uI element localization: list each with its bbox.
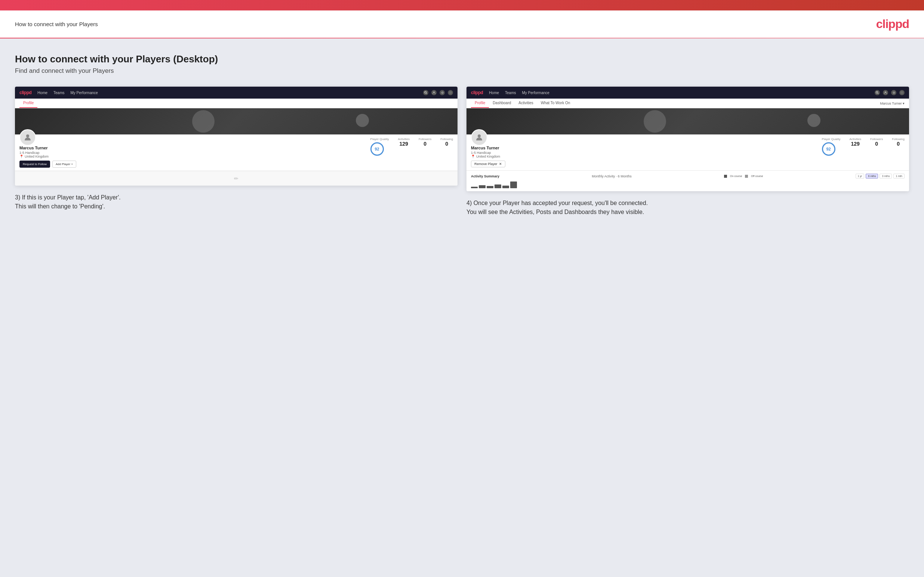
svg-point-3 [449, 91, 452, 94]
activity-header: Activity Summary Monthly Activity · 6 Mo… [471, 174, 905, 179]
mock-nav-icons-2: ⚙ [875, 90, 905, 95]
svg-line-1 [426, 93, 427, 94]
player-name-dropdown[interactable]: Marcus Turner ▾ [880, 102, 905, 105]
svg-line-6 [878, 93, 879, 94]
mock-profile-right-2: Player Quality 92 Activities 129 Followe… [508, 137, 905, 156]
user-icon-2[interactable] [883, 90, 888, 95]
mock-nav-2: clippd Home Teams My Performance [467, 87, 909, 98]
svg-point-9 [478, 134, 481, 137]
add-player-btn[interactable]: Add Player + [52, 161, 76, 168]
mock-player-country-2: 📍 United Kingdom [471, 155, 506, 158]
mock-nav-perf-2: My Performance [522, 91, 549, 95]
mock-player-country-1: 📍 United Kingdom [19, 155, 76, 158]
svg-point-4 [26, 134, 29, 137]
mock-quality-group-1: Player Quality 92 [370, 137, 389, 156]
quality-label-1: Player Quality [370, 137, 389, 141]
off-course-label: Off course [751, 175, 763, 177]
bar-2 [479, 185, 486, 188]
mock-player-handicap-1: 1-5 Handicap [19, 151, 76, 155]
followers-value-2: 0 [870, 141, 883, 147]
following-value-2: 0 [892, 141, 905, 147]
mock-nav-home-1: Home [37, 91, 47, 95]
screenshot-block-2: clippd Home Teams My Performance [467, 87, 909, 217]
followers-label-1: Followers [418, 137, 431, 141]
activities-value-1: 129 [398, 141, 410, 147]
settings-icon-1[interactable]: ⚙ [439, 90, 445, 95]
avatar-icon-2[interactable] [899, 90, 905, 95]
bar-3 [487, 186, 493, 188]
activity-period: Monthly Activity · 6 Months [592, 174, 632, 178]
mock-profile-right-1: Player Quality 92 Activities 129 Followe… [79, 137, 453, 156]
svg-point-8 [900, 91, 903, 94]
mock-nav-icons-1: ⚙ [423, 90, 453, 95]
mock-nav-home-2: Home [489, 91, 499, 95]
location-icon-2: 📍 [471, 155, 475, 158]
avatar-icon-1[interactable] [448, 90, 453, 95]
activity-filters: 1 yr 6 mths 3 mths 1 mth [856, 174, 905, 179]
quality-label-2: Player Quality [822, 137, 841, 141]
following-label-2: Following [892, 137, 905, 141]
mock-player-name-1: Marcus Turner [19, 146, 76, 150]
quality-ring-1: 92 [370, 142, 384, 156]
settings-icon-2[interactable]: ⚙ [891, 90, 897, 95]
chart-bars [471, 181, 905, 188]
activities-label-1: Activities [398, 137, 410, 141]
top-bar [0, 0, 924, 10]
user-icon-1[interactable] [431, 90, 436, 95]
page-title: How to connect with your Players [15, 21, 98, 27]
footer: Copyright Clippd 2022 [0, 574, 924, 577]
svg-point-5 [876, 92, 878, 93]
caption-4: 4) Once your Player has accepted your re… [467, 199, 909, 217]
mock-profile-row-2: Marcus Turner 1-5 Handicap 📍 United King… [467, 134, 909, 170]
page-heading: How to connect with your Players (Deskto… [15, 53, 909, 65]
mock-stat-activities-1: Activities 129 [398, 137, 410, 147]
search-icon-2[interactable] [875, 90, 880, 95]
tab-dashboard-2[interactable]: Dashboard [489, 98, 515, 108]
followers-label-2: Followers [870, 137, 883, 141]
logo: clippd [876, 17, 909, 31]
remove-player-btn[interactable]: Remove Player ✕ [471, 161, 506, 167]
main-content: How to connect with your Players (Deskto… [0, 39, 924, 574]
caption-3: 3) If this is your Player tap, 'Add Play… [15, 193, 457, 211]
tabs-left: Profile Dashboard Activities What To Wor… [471, 98, 574, 108]
hero-circle-4 [808, 114, 821, 127]
filter-3mths[interactable]: 3 mths [880, 174, 892, 179]
on-course-dot [724, 175, 727, 178]
mock-stat-following-2: Following 0 [892, 137, 905, 147]
hero-circle-1 [192, 110, 215, 132]
mock-hero-1 [15, 108, 457, 134]
filter-1mth[interactable]: 1 mth [893, 174, 905, 179]
off-course-dot [745, 175, 748, 178]
mock-logo-1: clippd [19, 90, 31, 95]
mock-profile-row-1: Marcus Turner 1-5 Handicap 📍 United King… [15, 134, 457, 171]
bar-6 [510, 182, 517, 188]
search-icon-1[interactable] [423, 90, 428, 95]
tab-profile-2[interactable]: Profile [471, 98, 489, 108]
mock-profile-left-2: Marcus Turner 1-5 Handicap 📍 United King… [471, 137, 506, 167]
mock-bottom-1: ✏ [15, 171, 457, 185]
followers-value-1: 0 [418, 141, 431, 147]
pencil-icon: ✏ [234, 176, 239, 182]
filter-6mths[interactable]: 6 mths [866, 174, 878, 179]
activities-value-2: 129 [849, 141, 861, 147]
request-follow-btn[interactable]: Request to Follow [19, 161, 50, 168]
mock-nav-teams-1: Teams [53, 91, 64, 95]
mock-quality-group-2: Player Quality 92 [822, 137, 841, 156]
mock-tabs-2: Profile Dashboard Activities What To Wor… [467, 98, 909, 108]
mock-browser-1: clippd Home Teams My Performance [15, 87, 457, 185]
mock-player-name-2: Marcus Turner [471, 146, 506, 150]
activity-title: Activity Summary [471, 174, 499, 178]
mock-stat-activities-2: Activities 129 [849, 137, 861, 147]
tab-what-to-2[interactable]: What To Work On [537, 98, 574, 108]
mock-activity-summary: Activity Summary Monthly Activity · 6 Mo… [467, 170, 909, 191]
mock-avatar-1 [19, 129, 36, 146]
hero-circle-3 [644, 110, 666, 132]
quality-ring-2: 92 [822, 142, 835, 156]
on-course-label: On course [730, 175, 742, 177]
hero-circle-2 [356, 114, 369, 127]
tab-activities-2[interactable]: Activities [515, 98, 537, 108]
mock-player-handicap-2: 1-5 Handicap [471, 151, 506, 155]
filter-1yr[interactable]: 1 yr [856, 174, 864, 179]
tab-profile-1[interactable]: Profile [19, 98, 37, 108]
screenshots-row: clippd Home Teams My Performance [15, 87, 909, 217]
